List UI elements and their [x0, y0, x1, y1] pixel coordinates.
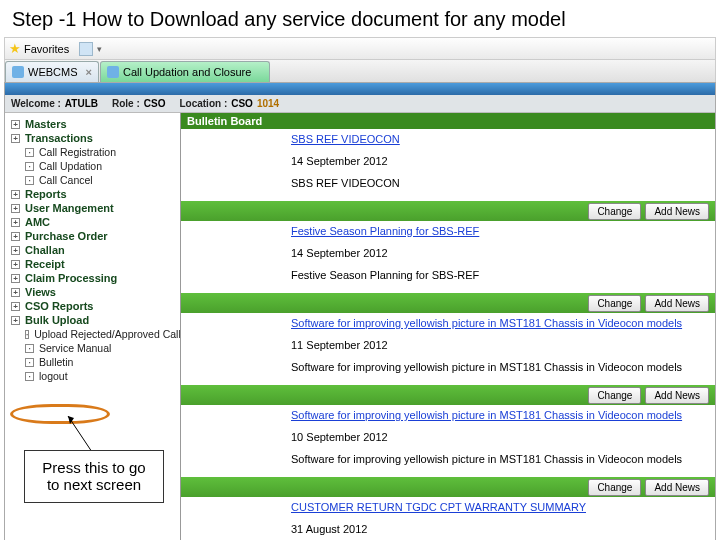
news-desc: Festive Season Planning for SBS-REF: [291, 269, 709, 281]
bullet-icon: ·: [25, 344, 34, 353]
sidebar-item-label: Receipt: [25, 258, 65, 270]
sidebar-item-label: Call Registration: [39, 146, 116, 158]
expand-icon: +: [11, 218, 20, 227]
page-icon: [12, 66, 24, 78]
add-news-button[interactable]: Add News: [645, 479, 709, 496]
sidebar-item-bulletin[interactable]: ·Bulletin: [5, 355, 180, 369]
expand-icon: +: [11, 302, 20, 311]
news-desc: Software for improving yellowish picture…: [291, 361, 709, 373]
role-label: Role :: [112, 98, 140, 109]
news-action-bar: ChangeAdd News: [181, 385, 715, 405]
sidebar-item-views[interactable]: +Views: [5, 285, 180, 299]
star-icon: ★: [9, 41, 21, 56]
add-news-button[interactable]: Add News: [645, 203, 709, 220]
sidebar-item-label: AMC: [25, 216, 50, 228]
header-strip: [5, 83, 715, 95]
sidebar-item-call-cancel[interactable]: ·Call Cancel: [5, 173, 180, 187]
news-item: Software for improving yellowish picture…: [181, 405, 715, 497]
news-item: Festive Season Planning for SBS-REF14 Se…: [181, 221, 715, 313]
sidebar-item-label: Bulletin: [39, 356, 73, 368]
news-item: SBS REF VIDEOCON14 September 2012SBS REF…: [181, 129, 715, 221]
close-icon[interactable]: ×: [86, 66, 92, 78]
sidebar-item-reports[interactable]: +Reports: [5, 187, 180, 201]
welcome-bar: Welcome : ATULB Role : CSO Location : CS…: [5, 95, 715, 113]
sidebar-item-label: CSO Reports: [25, 300, 93, 312]
sidebar-item-label: Masters: [25, 118, 67, 130]
sidebar-item-transactions[interactable]: +Transactions: [5, 131, 180, 145]
sidebar-item-label: Reports: [25, 188, 67, 200]
news-link[interactable]: Software for improving yellowish picture…: [291, 409, 682, 421]
news-action-bar: ChangeAdd News: [181, 477, 715, 497]
news-date: 10 September 2012: [291, 431, 709, 443]
change-button[interactable]: Change: [588, 295, 641, 312]
news-item: CUSTOMER RETURN TGDC CPT WARRANTY SUMMAR…: [181, 497, 715, 540]
bullet-icon: ·: [25, 330, 29, 339]
dropdown-icon[interactable]: ▾: [97, 44, 102, 54]
sidebar-item-call-registration[interactable]: ·Call Registration: [5, 145, 180, 159]
sidebar-item-upload-rejected-approved-calls[interactable]: ·Upload Rejected/Approved Calls: [5, 327, 180, 341]
sidebar-item-cso-reports[interactable]: +CSO Reports: [5, 299, 180, 313]
sidebar-item-label: Call Cancel: [39, 174, 93, 186]
news-date: 11 September 2012: [291, 339, 709, 351]
location-prefix: CSO: [231, 98, 253, 109]
news-date: 14 September 2012: [291, 155, 709, 167]
tab-label: Call Updation and Closure: [123, 66, 251, 78]
news-link[interactable]: Festive Season Planning for SBS-REF: [291, 225, 479, 237]
expand-icon: +: [11, 246, 20, 255]
add-news-button[interactable]: Add News: [645, 295, 709, 312]
change-button[interactable]: Change: [588, 479, 641, 496]
expand-icon: +: [11, 190, 20, 199]
location-code: 1014: [257, 98, 279, 109]
sidebar-item-user-mangement[interactable]: +User Mangement: [5, 201, 180, 215]
sidebar-item-label: Transactions: [25, 132, 93, 144]
news-link[interactable]: Software for improving yellowish picture…: [291, 317, 682, 329]
favorites-bar: ★ Favorites ▾: [5, 38, 715, 60]
page-icon: [107, 66, 119, 78]
tab-call-updation[interactable]: Call Updation and Closure: [100, 61, 270, 82]
sidebar-item-label: User Mangement: [25, 202, 114, 214]
news-desc: SBS REF VIDEOCON: [291, 177, 709, 189]
sidebar-item-logout[interactable]: ·logout: [5, 369, 180, 383]
news-item: Software for improving yellowish picture…: [181, 313, 715, 405]
change-button[interactable]: Change: [588, 203, 641, 220]
sidebar-item-label: Purchase Order: [25, 230, 108, 242]
sidebar-item-label: Call Updation: [39, 160, 102, 172]
welcome-user: ATULB: [65, 98, 98, 109]
sidebar-item-amc[interactable]: +AMC: [5, 215, 180, 229]
sidebar-item-label: Bulk Upload: [25, 314, 89, 326]
sidebar-item-label: Challan: [25, 244, 65, 256]
bullet-icon: ·: [25, 358, 34, 367]
sidebar-item-challan[interactable]: +Challan: [5, 243, 180, 257]
main-panel: Bulletin Board SBS REF VIDEOCON14 Septem…: [181, 113, 715, 540]
sidebar-item-label: Upload Rejected/Approved Calls: [34, 328, 181, 340]
news-link[interactable]: CUSTOMER RETURN TGDC CPT WARRANTY SUMMAR…: [291, 501, 586, 513]
sidebar-item-claim-processing[interactable]: +Claim Processing: [5, 271, 180, 285]
sidebar-item-masters[interactable]: +Masters: [5, 117, 180, 131]
expand-icon: +: [11, 316, 20, 325]
favorites-label: Favorites: [24, 43, 69, 55]
sidebar-item-label: Claim Processing: [25, 272, 117, 284]
sidebar-item-service-manual[interactable]: ·Service Manual: [5, 341, 180, 355]
news-action-bar: ChangeAdd News: [181, 201, 715, 221]
grid-icon[interactable]: [79, 42, 93, 56]
expand-icon: +: [11, 204, 20, 213]
sidebar-item-label: logout: [39, 370, 68, 382]
bulletin-header: Bulletin Board: [181, 113, 715, 129]
add-news-button[interactable]: Add News: [645, 387, 709, 404]
sidebar-item-purchase-order[interactable]: +Purchase Order: [5, 229, 180, 243]
bullet-icon: ·: [25, 162, 34, 171]
tab-webcms[interactable]: WEBCMS ×: [5, 61, 99, 82]
bullet-icon: ·: [25, 148, 34, 157]
sidebar-item-call-updation[interactable]: ·Call Updation: [5, 159, 180, 173]
bullet-icon: ·: [25, 176, 34, 185]
news-action-bar: ChangeAdd News: [181, 293, 715, 313]
sidebar-item-bulk-upload[interactable]: +Bulk Upload: [5, 313, 180, 327]
tab-label: WEBCMS: [28, 66, 78, 78]
change-button[interactable]: Change: [588, 387, 641, 404]
sidebar-item-receipt[interactable]: +Receipt: [5, 257, 180, 271]
news-link[interactable]: SBS REF VIDEOCON: [291, 133, 400, 145]
expand-icon: +: [11, 134, 20, 143]
news-desc: Software for improving yellowish picture…: [291, 453, 709, 465]
expand-icon: +: [11, 260, 20, 269]
role-value: CSO: [144, 98, 166, 109]
